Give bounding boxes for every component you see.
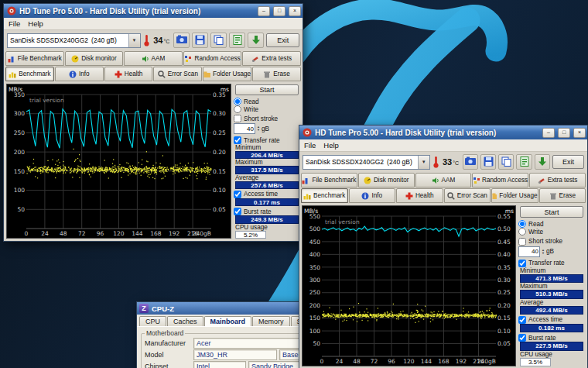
desktop: HD Tune Pro 5.00 - Hard Disk Utility (tr…: [0, 0, 588, 368]
minimum-label: Minimum: [234, 145, 300, 151]
svg-text:0.10: 0.10: [213, 187, 226, 194]
tab-disk-monitor[interactable]: Disk monitor: [65, 51, 124, 66]
tab-benchmark[interactable]: Benchmark: [5, 67, 54, 81]
trash-icon: [263, 71, 271, 78]
tab-error-scan[interactable]: Error Scan: [153, 67, 202, 81]
short-stroke-checkbox[interactable]: Short stroke: [518, 238, 585, 246]
svg-text:400: 400: [309, 251, 321, 258]
svg-text:0: 0: [320, 358, 324, 365]
maximum-label: Maximum: [518, 284, 585, 290]
write-radio[interactable]: Write: [234, 105, 300, 113]
tab-random-access[interactable]: Random Access: [183, 51, 242, 66]
minimize-button[interactable]: –: [258, 6, 270, 16]
tab-benchmark[interactable]: Benchmark: [301, 188, 348, 203]
chevron-down-icon[interactable]: ▼: [128, 34, 140, 47]
tab-extra-tests[interactable]: Extra tests: [529, 173, 586, 187]
exit-button[interactable]: Exit: [552, 155, 584, 169]
model-value: JM30_HR: [193, 349, 277, 360]
tab-health[interactable]: Health: [104, 67, 153, 81]
svg-text:250: 250: [14, 129, 26, 136]
maximize-button[interactable]: □: [558, 128, 570, 138]
svg-text:MB/s: MB/s: [9, 86, 22, 93]
access-time-value: 0.177 ms: [235, 198, 299, 206]
tabrow-2: Benchmark Info Health Error Scan Folder …: [4, 66, 303, 81]
tab-erase[interactable]: Erase: [252, 67, 301, 81]
tab-folder-usage[interactable]: Folder Usage: [203, 67, 251, 81]
maximum-value: 510.3 MB/s: [520, 290, 583, 298]
close-button[interactable]: ×: [573, 128, 586, 138]
save-report-button[interactable]: [516, 154, 532, 170]
save-screenshot-button[interactable]: [480, 154, 496, 170]
menu-file[interactable]: File: [304, 141, 316, 150]
capacity-input[interactable]: [518, 246, 540, 257]
menu-help[interactable]: Help: [28, 19, 43, 28]
cpuz-tab-memory[interactable]: Memory: [252, 316, 290, 326]
exit-button[interactable]: Exit: [266, 33, 299, 47]
read-radio[interactable]: Read: [234, 98, 300, 105]
spinner-arrows[interactable]: ▲▼: [542, 249, 545, 255]
svg-text:50: 50: [17, 206, 25, 213]
burst-rate-checkbox[interactable]: Burst rate: [234, 208, 300, 215]
transfer-rate-checkbox[interactable]: Transfer rate: [234, 136, 300, 144]
file-benchmark-icon: [8, 55, 15, 63]
tab-file-benchmark[interactable]: File Benchmark: [5, 51, 64, 66]
export-button[interactable]: [535, 154, 550, 170]
short-stroke-checkbox[interactable]: Short stroke: [234, 115, 300, 122]
cpuz-tab-cpu[interactable]: CPU: [139, 316, 166, 326]
copy-text-button[interactable]: [210, 33, 227, 48]
window-title: HD Tune Pro 5.00 - Hard Disk Utility (tr…: [315, 129, 539, 137]
drive-name: SanDisk SDSSDX240GG2: [10, 36, 88, 44]
cpuz-tab-caches[interactable]: Caches: [167, 316, 203, 326]
svg-text:192: 192: [169, 230, 180, 237]
tab-error-scan[interactable]: Error Scan: [444, 188, 491, 203]
tab-info[interactable]: Info: [55, 67, 104, 81]
cpuz-tab-mainboard[interactable]: Mainboard: [204, 316, 252, 326]
window-titlebar[interactable]: HD Tune Pro 5.00 - Hard Disk Utility (tr…: [299, 126, 587, 139]
copy-icon: [501, 156, 511, 167]
tab-extra-tests[interactable]: Extra tests: [242, 51, 301, 66]
tab-file-benchmark[interactable]: File Benchmark: [301, 173, 357, 187]
start-button[interactable]: Start: [520, 206, 583, 218]
capacity-input[interactable]: [234, 123, 255, 134]
tab-folder-usage[interactable]: Folder Usage: [491, 188, 538, 203]
drive-select[interactable]: SanDisk SDSSDX240GG2 (240 gB) ▼: [303, 155, 430, 170]
tab-health[interactable]: Health: [396, 188, 443, 203]
tab-disk-monitor[interactable]: Disk monitor: [358, 173, 415, 187]
tab-aam[interactable]: AAM: [415, 173, 472, 187]
save-screenshot-button[interactable]: [192, 33, 208, 48]
chevron-down-icon[interactable]: ▼: [418, 156, 429, 169]
window-titlebar[interactable]: HD Tune Pro 5.00 - Hard Disk Utility (tr…: [4, 4, 303, 18]
menu-help[interactable]: Help: [323, 141, 339, 150]
minimize-button[interactable]: –: [542, 128, 555, 138]
svg-text:200: 200: [14, 149, 26, 156]
access-time-checkbox[interactable]: Access time: [518, 316, 585, 324]
tab-random-access[interactable]: Random Access: [472, 173, 528, 187]
maximize-button[interactable]: □: [273, 6, 285, 16]
write-radio[interactable]: Write: [518, 228, 585, 236]
svg-text:500: 500: [309, 225, 321, 232]
svg-text:0.20: 0.20: [497, 302, 511, 309]
close-button[interactable]: ×: [289, 6, 301, 16]
spinner-arrows[interactable]: ▲▼: [257, 126, 260, 132]
cpu-usage-value: 3.5%: [520, 358, 551, 366]
benchmark-content: 5500.555000.504500.454000.403500.353000.…: [299, 203, 587, 368]
tab-info[interactable]: Info: [349, 188, 396, 203]
export-button[interactable]: [248, 33, 264, 48]
copy-screenshot-button[interactable]: [463, 154, 478, 170]
start-button[interactable]: Start: [235, 84, 299, 95]
tab-aam[interactable]: AAM: [124, 51, 183, 66]
transfer-rate-checkbox[interactable]: Transfer rate: [518, 260, 585, 267]
menu-file[interactable]: File: [9, 19, 20, 28]
read-radio[interactable]: Read: [518, 220, 585, 228]
drive-select[interactable]: SanDisk SDSSDX240GG2 (240 gB) ▼: [7, 33, 141, 48]
burst-rate-checkbox[interactable]: Burst rate: [518, 334, 585, 342]
tab-erase[interactable]: Erase: [539, 188, 586, 203]
thermometer-icon: [432, 156, 439, 168]
svg-text:144: 144: [132, 230, 143, 237]
copy-screenshot-button[interactable]: [173, 33, 190, 48]
save-report-button[interactable]: [229, 33, 245, 48]
access-time-checkbox[interactable]: Access time: [234, 191, 300, 198]
average-value: 257.6 MB/s: [235, 181, 299, 189]
copy-text-button[interactable]: [498, 154, 514, 170]
svg-text:72: 72: [78, 230, 86, 237]
